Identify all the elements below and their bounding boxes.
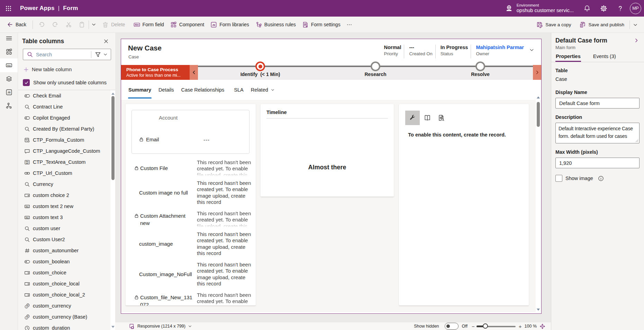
form-tab-case-relationships[interactable]: Case Relationships	[181, 80, 225, 100]
header-expand-chevron[interactable]	[529, 47, 534, 53]
description-input[interactable]: Default Interactive experience Case form…	[555, 123, 640, 143]
bpf-stage-inactive[interactable]: Resolve	[442, 62, 518, 77]
responsive-selector[interactable]: Responsive (1214 x 799)	[129, 323, 192, 329]
close-panel-button[interactable]	[102, 37, 110, 45]
rail-item-business-rules[interactable]	[0, 99, 18, 113]
show-image-checkbox[interactable]	[555, 175, 562, 182]
rail-item-form-libraries[interactable]	[0, 85, 18, 99]
table-column-item[interactable]: custom user	[18, 223, 110, 234]
table-column-item[interactable]: Created By (External Party)	[18, 123, 110, 134]
table-column-item[interactable]: custom text 3	[18, 212, 110, 223]
table-column-item[interactable]: custom_duration	[18, 322, 110, 330]
zoom-out-button[interactable]: −	[472, 323, 475, 329]
table-column-item[interactable]: CTP_TextArea_Custom	[18, 157, 110, 168]
table-column-item[interactable]: custom_currency	[18, 300, 110, 311]
redo-button[interactable]	[49, 18, 61, 31]
table-column-item[interactable]: Contract Line	[18, 101, 110, 112]
save-menu-chevron[interactable]	[631, 19, 640, 31]
form-header[interactable]: New Case Case Normal Priority --- Create…	[121, 39, 541, 65]
panel-scrollbar[interactable]	[110, 90, 115, 330]
account-lookup-card[interactable]: Account Email ---	[131, 110, 250, 154]
business-process-flow[interactable]: Phone to Case Process Active for less th…	[121, 65, 541, 80]
scroll-up-arrow[interactable]	[110, 91, 115, 96]
filter-button[interactable]	[91, 51, 111, 58]
canvas-scrollbar[interactable]	[536, 94, 541, 313]
header-field-priority[interactable]: Normal Priority	[379, 45, 404, 56]
table-column-item[interactable]: CTP_Url_Custom	[18, 168, 110, 179]
form-section-column-1[interactable]: Account Email --- Custom File This recor…	[126, 104, 256, 305]
bpf-stage-inactive[interactable]: Research	[337, 62, 414, 77]
collapse-panel-button[interactable]	[634, 38, 639, 43]
table-column-item[interactable]: Copilot Engaged	[18, 112, 110, 123]
table-column-item[interactable]: custom_choice_local_2	[18, 289, 110, 300]
form-field-row[interactable]: Custom_image_NoFull This record hasn't b…	[126, 262, 256, 287]
form-settings-button[interactable]: Form settings	[299, 18, 344, 31]
zoom-in-button[interactable]: +	[519, 323, 522, 329]
header-field-owner[interactable]: Mahipatsinh Parmar Owner	[471, 45, 527, 56]
rail-item-menu[interactable]	[0, 31, 18, 45]
info-icon[interactable]	[598, 176, 604, 181]
table-column-item[interactable]: custom_boolean	[18, 256, 110, 267]
properties-tab-properties[interactable]: Properties	[555, 54, 581, 62]
display-name-input[interactable]: Default Case form	[555, 98, 640, 109]
scroll-up-arrow[interactable]	[536, 95, 541, 100]
environment-picker[interactable]: Environment opshub customer servic...	[500, 0, 579, 17]
form-field-row[interactable]: Custom_file_New_131072 This record hasn'…	[126, 292, 256, 305]
save-publish-button[interactable]: Save and publish	[576, 19, 627, 31]
form-tab-related[interactable]: Related	[251, 80, 275, 100]
doc-search-tool-button[interactable]	[435, 111, 447, 125]
resize-grip-icon[interactable]	[635, 139, 638, 142]
clipboard-menu-chevron[interactable]	[89, 18, 98, 31]
bpf-next-stage-button[interactable]	[533, 65, 541, 80]
search-input[interactable]: Search	[36, 52, 91, 57]
header-field-created-on[interactable]: --- Created On	[404, 45, 435, 56]
waffle-button[interactable]	[0, 0, 17, 17]
help-button[interactable]	[612, 0, 628, 17]
form-tab-details[interactable]: Details	[158, 80, 174, 100]
table-column-item[interactable]: custom_choice	[18, 267, 110, 278]
form-tab-sla[interactable]: SLA	[234, 80, 244, 100]
zoom-slider-knob[interactable]	[483, 323, 488, 329]
delete-button[interactable]: Delete	[99, 18, 128, 31]
bpf-stage-active[interactable]: Identify (< 1 Min)	[222, 62, 298, 77]
notifications-button[interactable]	[579, 0, 595, 17]
wrench-tool-button[interactable]	[405, 111, 420, 125]
scroll-thumb[interactable]	[537, 102, 540, 127]
form-field-row[interactable]: Custom Attachment new This record hasn't…	[126, 210, 256, 228]
rail-item-table-columns[interactable]	[0, 58, 18, 72]
component-button[interactable]: Component	[167, 18, 207, 31]
form-tab-summary[interactable]: Summary	[128, 80, 152, 100]
zoom-slider[interactable]	[477, 323, 516, 329]
table-column-item[interactable]: Custom User2	[18, 234, 110, 245]
scroll-down-arrow[interactable]	[110, 324, 115, 329]
timeline-card[interactable]: Timeline Almost there	[261, 104, 394, 197]
bpf-collapse-chevron[interactable]	[190, 65, 198, 80]
related-record-card[interactable]: To enable this content, create the recor…	[399, 104, 529, 305]
table-column-item[interactable]: CTP_Formula_Custom	[18, 134, 110, 145]
avatar[interactable]: MP	[630, 3, 641, 14]
cut-button[interactable]	[63, 18, 74, 31]
back-button[interactable]: Back	[6, 18, 29, 31]
book-tool-button[interactable]	[421, 111, 434, 125]
form-field-button[interactable]: Form field	[130, 18, 167, 31]
search-box[interactable]: Search	[23, 49, 111, 60]
table-column-item[interactable]: Check Email	[18, 90, 110, 101]
new-table-column-button[interactable]: New table column	[18, 60, 115, 72]
undo-button[interactable]	[36, 18, 47, 31]
show-hidden-toggle[interactable]	[445, 323, 459, 330]
table-column-item[interactable]: custom_choice_local	[18, 278, 110, 289]
paste-button[interactable]	[76, 18, 88, 31]
form-libraries-button[interactable]: Form libraries	[207, 18, 252, 31]
bpf-process-box[interactable]: Phone to Case Process Active for less th…	[121, 65, 190, 80]
table-column-item[interactable]: custom_currency (Base)	[18, 311, 110, 322]
fit-screen-icon[interactable]	[539, 323, 545, 329]
scroll-down-arrow[interactable]	[536, 307, 541, 312]
max-width-input[interactable]: 1,920	[555, 158, 640, 168]
rail-item-tree-view[interactable]	[0, 72, 18, 86]
form-field-row[interactable]: custom_image This record hasn't been cre…	[126, 231, 256, 257]
form-field-row[interactable]: Custom File This record hasn't been crea…	[126, 159, 256, 177]
properties-tab-events-3-[interactable]: Events (3)	[593, 54, 616, 62]
more-commands-button[interactable]	[344, 18, 355, 31]
form-field-row[interactable]: Custom image no full This record hasn't …	[126, 180, 256, 206]
table-column-item[interactable]: Currency	[18, 179, 110, 190]
